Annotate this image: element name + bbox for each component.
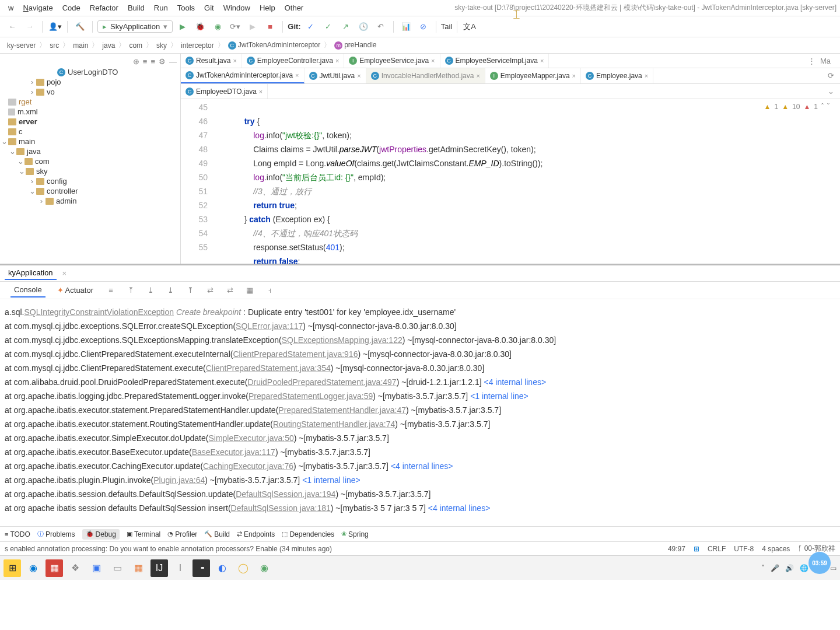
editor-tab[interactable]: CEmployeeDTO.java×	[181, 84, 268, 99]
up-icon[interactable]: ⤒	[184, 286, 196, 295]
split-icon[interactable]: ⫞	[264, 286, 275, 295]
stack-link[interactable]: SQLIntegrityConstraintViolationException	[24, 307, 174, 317]
shuffle-icon[interactable]: ⇄	[204, 286, 216, 295]
stack-link[interactable]: BaseExecutor.java:117	[192, 447, 275, 457]
debug-tab[interactable]: 🐞Debug	[82, 529, 120, 540]
editor-tab[interactable]: CInvocableHandlerMethod.java×	[366, 68, 485, 83]
git-commit-icon[interactable]: ✓	[321, 19, 336, 34]
tree-item[interactable]: c	[0, 127, 180, 136]
endpoints-tab[interactable]: ⇄Endpoints	[237, 530, 275, 538]
expand-icon[interactable]: ≡	[143, 57, 148, 66]
stack-link[interactable]: RoutingStatementHandler.java:74	[273, 419, 395, 429]
crumb-method[interactable]: mpreHandle	[332, 40, 379, 51]
dependencies-tab[interactable]: ⬚Dependencies	[282, 530, 334, 538]
run-config-dropdown[interactable]: ▸ SkyApplication ▾	[97, 20, 173, 33]
stack-link[interactable]: ClientPreparedStatement.java:354	[206, 363, 331, 373]
tree-item[interactable]: ›vo	[0, 87, 180, 97]
spring-tab[interactable]: ❀Spring	[341, 530, 369, 538]
tab-close-icon[interactable]: ×	[295, 72, 299, 79]
tab-close-icon[interactable]: ×	[233, 57, 236, 64]
scroll-top-icon[interactable]: ⤒	[125, 286, 136, 295]
indent[interactable]: 4 spaces	[762, 545, 790, 553]
internal-lines-link[interactable]: <4 internal lines>	[391, 461, 453, 471]
stack-link[interactable]: Plugin.java:64	[153, 475, 205, 485]
tab-close-icon[interactable]: ×	[476, 72, 480, 79]
start-icon[interactable]: ⊞	[4, 559, 21, 577]
menu-tools[interactable]: Tools	[173, 2, 200, 14]
settings-icon[interactable]: ⚙	[159, 57, 166, 66]
run-icon[interactable]: ▶	[175, 19, 190, 34]
internal-lines-link[interactable]: <1 internal line>	[302, 475, 360, 485]
app1-icon[interactable]: ▦	[46, 559, 63, 577]
app7-icon[interactable]: ◐	[214, 559, 231, 577]
console-output[interactable]: ⌶ a.sql.SQLIntegrityConstraintViolationE…	[0, 299, 840, 526]
crumb-interceptor[interactable]: interceptor	[178, 40, 216, 51]
git-push-icon[interactable]: ↗	[338, 19, 354, 34]
status-msg[interactable]: s enabled annotation processing: Do you …	[5, 545, 332, 553]
stack-link[interactable]: PreparedStatementHandler.java:47	[278, 405, 406, 415]
tray-up-icon[interactable]: ˄	[761, 564, 765, 572]
scroll-dn2-icon[interactable]: ⤓	[164, 286, 176, 295]
stack-link[interactable]: SimpleExecutor.java:50	[208, 433, 293, 443]
stack-link[interactable]: DefaultSqlSession java:181	[231, 503, 331, 513]
tray-net-icon[interactable]: 🌐	[800, 564, 808, 572]
terminal-tab[interactable]: ▣Terminal	[127, 530, 160, 538]
editor-tab[interactable]: IEmployeeMapper.java×	[485, 68, 581, 83]
scroll-dn-icon[interactable]: ⤓	[145, 286, 156, 295]
tab-close-icon[interactable]: ×	[335, 57, 339, 64]
block-icon[interactable]: ⊘	[416, 19, 431, 34]
tab-close-icon[interactable]: ×	[357, 72, 360, 79]
menu-refactor[interactable]: Refactor	[85, 2, 123, 14]
tree-item[interactable]: ›pojo	[0, 77, 180, 87]
inspection-hints[interactable]: ▲1 ▲10 ▲1 ˆˇ	[764, 103, 830, 111]
coverage-icon[interactable]: ◉	[210, 19, 225, 34]
git-rollback-icon[interactable]: ↶	[373, 19, 388, 34]
tab-close-icon[interactable]: ×	[645, 72, 648, 79]
todo-tab[interactable]: ≡TODO	[5, 530, 30, 538]
code-editor[interactable]: 4546474849505152535455 try { log.info("j…	[181, 99, 840, 264]
project-tree[interactable]: ⊕ ≡ ≡ ⚙ — CUserLoginDTO›pojo›vorgetm.xml…	[0, 54, 181, 264]
line-sep[interactable]: CRLF	[708, 545, 726, 553]
user-icon[interactable]: 👤▾	[47, 19, 62, 34]
stack-link[interactable]: ClientPreparedStatement.java:916	[233, 349, 358, 359]
app4-icon[interactable]: ▭	[108, 559, 126, 577]
console-tab[interactable]: Console	[10, 283, 46, 298]
code-body[interactable]: try { log.info("jwt校验:{}", token); Claim…	[212, 99, 840, 264]
stack-link[interactable]: DefaultSqlSession.java:194	[236, 489, 335, 499]
tree-item[interactable]: m.xml	[0, 107, 180, 117]
menu-navigate[interactable]: Navigate	[18, 2, 57, 14]
crumb-sky[interactable]: sky	[154, 40, 169, 51]
tab-close-icon[interactable]: ×	[431, 57, 435, 64]
actuator-tab[interactable]: ✦ Actuator	[54, 284, 97, 297]
debug-icon[interactable]: 🐞	[192, 19, 208, 34]
menu-w[interactable]: w	[4, 2, 18, 14]
target-icon[interactable]: ⊕	[133, 57, 139, 66]
crumb-main[interactable]: main	[71, 40, 90, 51]
grid-icon[interactable]: ▦	[244, 286, 256, 295]
soft-wrap-icon[interactable]: ≡	[105, 286, 117, 295]
editor-tab[interactable]: CResult.java×	[181, 54, 242, 68]
profiler-tab[interactable]: ◔Profiler	[167, 530, 197, 538]
crumb-com[interactable]: com	[127, 40, 145, 51]
editor-tab[interactable]: CJwtUtil.java×	[304, 68, 366, 83]
tree-item[interactable]: ›config	[0, 176, 180, 186]
collapse-tabs-icon[interactable]: ⌄	[828, 87, 834, 96]
tab-close-icon[interactable]: ×	[572, 72, 576, 79]
app8-icon[interactable]: ◯	[235, 559, 252, 577]
editor-tab[interactable]: CEmployee.java×	[581, 68, 653, 83]
translate-icon[interactable]: 文A	[462, 19, 477, 34]
tree-item[interactable]: ⌄main	[0, 136, 180, 146]
menu-other[interactable]: Other	[280, 2, 309, 14]
tree-item[interactable]: ⌄controller	[0, 186, 180, 196]
menu-git[interactable]: Git	[200, 2, 219, 14]
profile-icon[interactable]: ⟳▾	[228, 19, 243, 34]
tab-close-icon[interactable]: ×	[540, 57, 544, 64]
stack-link[interactable]: DruidPooledPreparedStatement.java:497	[247, 377, 396, 387]
crumb-class[interactable]: CJwtTokenAdminInterceptor	[226, 40, 323, 51]
stop-icon[interactable]: ■	[262, 19, 278, 34]
stack-link[interactable]: PreparedStatementLogger.java:59	[249, 391, 373, 401]
app6-icon[interactable]: I	[172, 559, 189, 577]
shuffle2-icon[interactable]: ⇄	[224, 286, 236, 295]
run-config-tab[interactable]: kyApplication	[5, 267, 57, 280]
editor-tab[interactable]: CEmployeeController.java×	[242, 54, 345, 68]
